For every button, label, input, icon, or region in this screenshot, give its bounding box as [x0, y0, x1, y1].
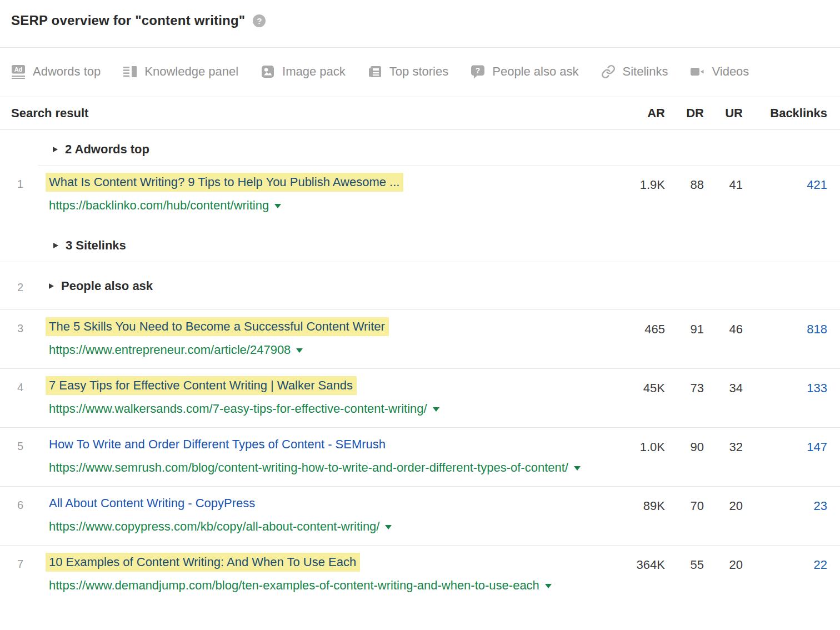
result-url-link[interactable]: https://www.walkersands.com/7-easy-tips-…: [49, 402, 427, 416]
legend-label: Adwords top: [33, 64, 101, 79]
ar-value: 89K: [621, 494, 665, 536]
result-url-link[interactable]: https://www.copypress.com/kb/copy/all-ab…: [49, 519, 379, 533]
table-row-people-also-ask: 2 People also ask: [0, 262, 840, 310]
group-header-people-also-ask[interactable]: People also ask: [49, 277, 153, 294]
result-title-link[interactable]: All About Content Writing - CopyPress: [49, 496, 255, 510]
result-title-link[interactable]: What Is Content Writing? 9 Tips to Help …: [46, 173, 403, 192]
position-number: 6: [11, 494, 49, 536]
backlinks-cell: 22: [743, 553, 827, 595]
top-stories-icon: [368, 64, 382, 79]
legend-item-knowledge-panel: Knowledge panel: [123, 64, 238, 79]
ar-value: 1.9K: [621, 173, 665, 215]
position-number: 1: [11, 173, 49, 215]
ur-value: 34: [704, 377, 743, 418]
table-row: 6 All About Content Writing - CopyPress …: [0, 487, 840, 546]
position-number: 4: [11, 377, 49, 418]
svg-text:Ad: Ad: [14, 66, 23, 73]
result-title-link[interactable]: 7 Easy Tips for Effective Content Writin…: [46, 376, 357, 395]
legend-item-people-also-ask: ? People also ask: [471, 64, 578, 79]
result-title-link[interactable]: The 5 Skills You Need to Become a Succes…: [46, 317, 389, 336]
result-url-link[interactable]: https://www.entrepreneur.com/article/247…: [49, 343, 291, 357]
column-header-ur: UR: [704, 106, 743, 121]
dr-value: 73: [665, 377, 704, 418]
group-label: 3 Sitelinks: [66, 238, 126, 253]
column-header-dr: DR: [665, 106, 704, 121]
backlinks-link[interactable]: 818: [807, 322, 827, 336]
group-label: 2 Adwords top: [65, 142, 149, 157]
serp-overview-panel: SERP overview for "content writing" ? Ad…: [0, 0, 840, 630]
result-title-link[interactable]: 10 Examples of Content Writing: And When…: [46, 553, 360, 572]
table-row: 4 7 Easy Tips for Effective Content Writ…: [0, 369, 840, 428]
url-dropdown-icon[interactable]: [274, 204, 281, 208]
position-number: 5: [11, 436, 49, 477]
image-pack-icon: [261, 64, 275, 79]
legend-item-sitelinks: Sitelinks: [601, 64, 668, 79]
dr-value: 55: [665, 553, 704, 595]
ar-value: 45K: [621, 377, 665, 418]
column-header-ar: AR: [621, 106, 665, 121]
ur-value: 20: [704, 494, 743, 536]
backlinks-link[interactable]: 23: [814, 499, 827, 513]
ur-value: 20: [704, 553, 743, 595]
expand-arrow-icon: [53, 243, 58, 248]
knowledge-panel-icon: [123, 64, 137, 79]
dr-value: 91: [665, 318, 704, 359]
legend-label: Videos: [712, 64, 749, 79]
panel-header: SERP overview for "content writing" ?: [0, 0, 840, 48]
page-title: SERP overview for "content writing": [11, 12, 245, 29]
legend-item-top-stories: Top stories: [368, 64, 448, 79]
table-row: 7 10 Examples of Content Writing: And Wh…: [0, 546, 840, 604]
column-header-backlinks: Backlinks: [743, 106, 827, 121]
position-number: 2: [11, 277, 49, 294]
table-row: 5 How To Write and Order Different Types…: [0, 428, 840, 487]
group-header-adwords-top[interactable]: 2 Adwords top: [0, 130, 840, 165]
videos-icon: [690, 64, 704, 79]
result-title-link[interactable]: How To Write and Order Different Types o…: [49, 437, 386, 451]
legend-label: Knowledge panel: [144, 64, 238, 79]
dr-value: 70: [665, 494, 704, 536]
group-label: People also ask: [61, 279, 153, 293]
position-number: 7: [11, 553, 49, 595]
backlinks-link[interactable]: 133: [807, 381, 827, 395]
position-number: 3: [11, 318, 49, 359]
url-dropdown-icon[interactable]: [545, 584, 552, 588]
people-also-ask-icon: ?: [471, 64, 485, 79]
ur-value: 32: [704, 436, 743, 477]
adwords-icon: Ad: [11, 64, 26, 79]
backlinks-link[interactable]: 421: [807, 178, 827, 192]
result-url-link[interactable]: https://www.semrush.com/blog/content-wri…: [49, 461, 568, 474]
serp-features-legend: Ad Adwords top Knowledge panel: [0, 48, 840, 97]
result-url-link[interactable]: https://backlinko.com/hub/content/writin…: [49, 198, 269, 212]
expand-arrow-icon: [53, 147, 58, 152]
backlinks-cell: 133: [743, 377, 827, 418]
ar-value: 465: [621, 318, 665, 359]
dr-value: 90: [665, 436, 704, 477]
help-icon[interactable]: ?: [253, 14, 266, 27]
ar-value: 364K: [621, 553, 665, 595]
ur-value: 41: [704, 173, 743, 215]
table-header: Search result AR DR UR Backlinks: [0, 97, 840, 130]
legend-label: Sitelinks: [623, 64, 668, 79]
svg-text:?: ?: [476, 66, 481, 75]
table-row: 1 What Is Content Writing? 9 Tips to Hel…: [0, 166, 840, 224]
column-header-search-result: Search result: [11, 106, 621, 121]
group-header-sitelinks[interactable]: 3 Sitelinks: [53, 238, 840, 262]
legend-label: People also ask: [492, 64, 578, 79]
url-dropdown-icon[interactable]: [574, 466, 581, 471]
backlinks-cell: 421: [743, 173, 827, 215]
backlinks-link[interactable]: 22: [814, 558, 827, 572]
ar-value: 1.0K: [621, 436, 665, 477]
backlinks-cell: 23: [743, 494, 827, 536]
legend-label: Image pack: [282, 64, 346, 79]
table-row-group-adwords: 2 Adwords top 1 What Is Content Writing?…: [0, 130, 840, 262]
legend-item-adwords-top: Ad Adwords top: [11, 64, 101, 79]
url-dropdown-icon[interactable]: [296, 348, 303, 353]
backlinks-link[interactable]: 147: [807, 440, 827, 454]
url-dropdown-icon[interactable]: [433, 407, 439, 412]
ur-value: 46: [704, 318, 743, 359]
legend-item-videos: Videos: [690, 64, 749, 79]
url-dropdown-icon[interactable]: [385, 525, 392, 529]
result-url-link[interactable]: https://www.demandjump.com/blog/ten-exam…: [49, 578, 539, 592]
backlinks-cell: 147: [743, 436, 827, 477]
expand-arrow-icon: [49, 283, 54, 289]
